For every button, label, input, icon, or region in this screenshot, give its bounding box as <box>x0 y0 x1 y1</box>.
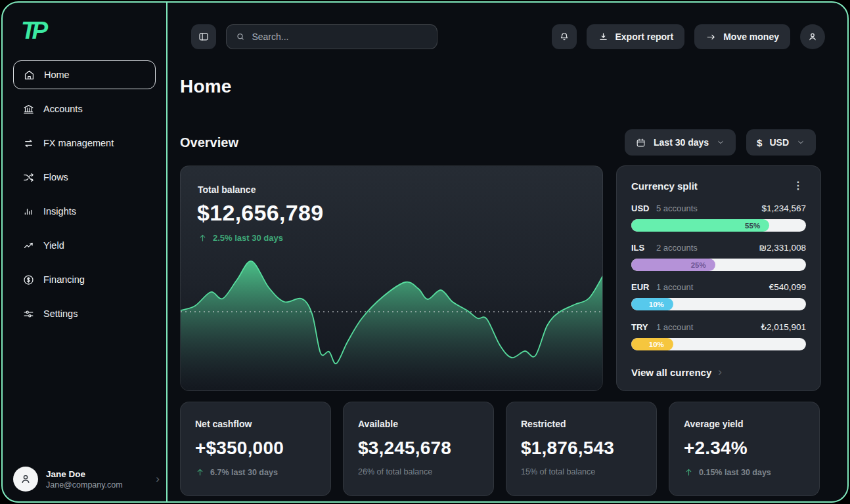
download-icon <box>598 32 609 43</box>
chevron-right-icon: › <box>718 366 722 379</box>
stat-sub-text: 6.7% last 30 days <box>210 468 278 477</box>
sidebar-item-fx-management[interactable]: FX management <box>13 129 156 158</box>
currency-row-usd: USD 5 accounts $1,234,567 55% <box>631 203 806 232</box>
currency-row-eur: EUR 1 account €540,099 10% <box>631 282 806 310</box>
search-icon <box>235 31 246 43</box>
shuffle-icon <box>22 171 35 184</box>
balance-area-chart <box>181 255 603 390</box>
person-icon <box>19 472 32 486</box>
sidebar-nav: Home Accounts FX management Flows Insigh… <box>13 60 156 333</box>
currency-bar-fill: 25% <box>631 259 715 271</box>
stat-delta: 0.15% last 30 days <box>684 467 805 477</box>
sidebar-item-label: Insights <box>43 206 76 217</box>
stat-value: $3,245,678 <box>358 438 479 459</box>
view-all-currency-label: View all currency <box>631 367 711 378</box>
stat-sub-text: 26% of total balance <box>358 467 479 476</box>
currency-bar-track: 25% <box>631 259 806 271</box>
currency-percent: 10% <box>649 301 664 308</box>
sidebar-item-label: FX management <box>43 138 114 148</box>
notifications-button[interactable] <box>552 24 577 49</box>
topbar-left <box>191 24 437 49</box>
user-avatar <box>13 467 38 492</box>
sidebar-item-financing[interactable]: Financing <box>13 265 156 294</box>
home-icon <box>23 69 35 81</box>
app-frame: TP Home Accounts FX management Flows Ins… <box>1 1 849 503</box>
currency-accounts: 1 account <box>656 322 693 332</box>
sidebar-item-flows[interactable]: Flows <box>13 163 156 192</box>
arrow-up-icon <box>684 467 694 477</box>
user-info: Jane Doe Jane@company.com <box>46 469 123 490</box>
currency-percent: 55% <box>745 222 760 230</box>
currency-accounts: 5 accounts <box>656 203 698 213</box>
currency-code: ILS <box>631 243 656 253</box>
currency-code: USD <box>631 203 656 213</box>
panel-icon <box>198 31 210 43</box>
section-title: Overview <box>180 135 238 150</box>
currency-dropdown[interactable]: $ USD <box>746 129 816 156</box>
currency-bar-track: 10% <box>631 298 806 310</box>
bank-icon <box>22 103 35 116</box>
filters: Last 30 days $ USD <box>625 129 816 156</box>
stat-value: $1,876,543 <box>521 438 642 459</box>
sidebar-item-home[interactable]: Home <box>13 60 156 89</box>
currency-accounts: 2 accounts <box>656 243 698 253</box>
currency-value: ₪2,331,008 <box>759 243 806 253</box>
user-profile-row[interactable]: Jane Doe Jane@company.com › <box>13 467 160 492</box>
currency-bar-track: 10% <box>631 338 806 350</box>
stat-value: +$350,000 <box>195 438 316 459</box>
currency-value: ₺2,015,901 <box>761 322 806 332</box>
dollar-icon: $ <box>757 137 762 148</box>
stat-delta: 6.7% last 30 days <box>195 467 316 477</box>
sidebar-item-label: Financing <box>43 274 85 285</box>
stat-sub-text: 0.15% last 30 days <box>699 468 771 477</box>
dollar-circle-icon <box>22 274 35 286</box>
user-name: Jane Doe <box>46 469 123 479</box>
net-cashflow-card: Net cashflow +$350,000 6.7% last 30 days <box>180 402 331 496</box>
currency-split-title: Currency split <box>631 180 698 192</box>
sliders-icon <box>22 308 35 320</box>
currency-bar-fill: 10% <box>631 338 673 350</box>
currency-row-ils: ILS 2 accounts ₪2,331,008 25% <box>631 243 806 271</box>
topbar-right: Export report Move money <box>552 24 826 49</box>
move-money-button[interactable]: Move money <box>694 24 790 49</box>
account-avatar-button[interactable] <box>800 24 825 49</box>
user-email: Jane@company.com <box>46 480 123 490</box>
sidebar-item-insights[interactable]: Insights <box>13 197 156 226</box>
search-box[interactable] <box>226 24 437 49</box>
export-report-button[interactable]: Export report <box>587 24 685 49</box>
currency-code: EUR <box>631 282 656 292</box>
view-all-currency-link[interactable]: View all currency › <box>631 366 806 379</box>
topbar: Export report Move money <box>191 24 825 49</box>
currency-accounts: 1 account <box>656 282 693 292</box>
sidebar-item-yield[interactable]: Yield <box>13 231 156 260</box>
stat-sub-text: 15% of total balance <box>521 467 642 476</box>
currency-split-card: Currency split ⋮ USD 5 accounts $1,234,5… <box>616 165 821 391</box>
person-icon <box>807 31 818 43</box>
arrow-up-icon <box>198 233 208 243</box>
stat-label: Net cashflow <box>195 419 316 429</box>
total-balance-card: Total balance $12,656,789 2.5% last 30 d… <box>180 165 603 391</box>
stat-value: +2.34% <box>684 438 805 459</box>
trending-up-icon <box>22 240 35 252</box>
arrow-right-icon <box>705 32 717 43</box>
currency-bar-fill: 55% <box>631 219 769 232</box>
available-card: Available $3,245,678 26% of total balanc… <box>343 402 494 496</box>
chevron-down-icon <box>716 138 725 147</box>
currency-percent: 10% <box>649 341 664 348</box>
currency-bar-track: 55% <box>631 219 806 232</box>
sidebar-item-accounts[interactable]: Accounts <box>13 94 156 123</box>
date-range-dropdown[interactable]: Last 30 days <box>625 129 736 156</box>
currency-bar-fill: 10% <box>631 298 673 310</box>
chevron-down-icon <box>796 138 805 147</box>
search-input[interactable] <box>252 32 428 42</box>
sidebar-item-settings[interactable]: Settings <box>13 299 156 328</box>
move-money-label: Move money <box>723 32 779 42</box>
sidebar-toggle-button[interactable] <box>191 24 216 49</box>
sidebar-item-label: Yield <box>43 240 64 251</box>
calendar-icon <box>635 137 646 148</box>
app-logo: TP <box>21 17 48 45</box>
stat-label: Restricted <box>521 419 642 429</box>
sidebar-item-label: Home <box>44 70 70 80</box>
sidebar-item-label: Flows <box>43 172 68 182</box>
kebab-menu-icon[interactable]: ⋮ <box>790 179 806 192</box>
